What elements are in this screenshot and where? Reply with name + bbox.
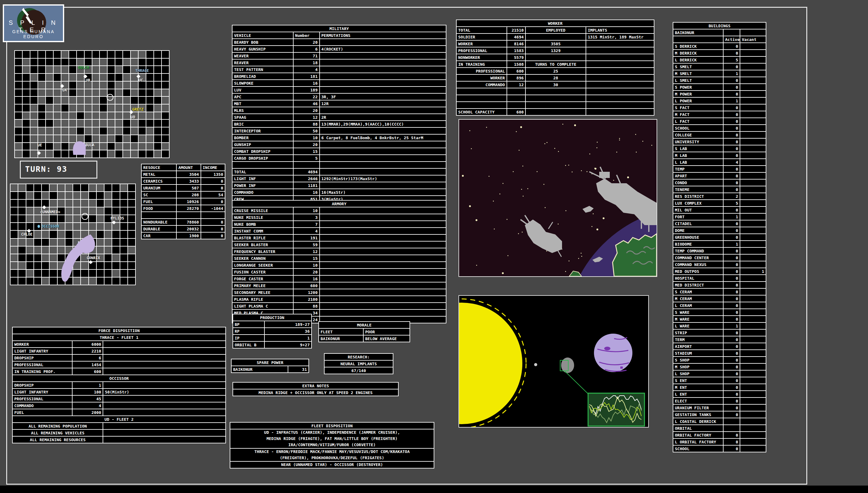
map-cell[interactable] — [69, 89, 76, 97]
map-cell[interactable] — [162, 150, 169, 157]
map-cell[interactable] — [77, 135, 84, 142]
map-cell[interactable] — [58, 184, 65, 191]
map-cell[interactable] — [65, 215, 72, 222]
map-cell[interactable] — [58, 262, 65, 269]
map-cell[interactable] — [123, 97, 130, 104]
map-cell[interactable] — [42, 192, 49, 199]
map-cell[interactable] — [162, 51, 169, 58]
map-cell[interactable] — [108, 105, 115, 112]
map-cell[interactable] — [18, 208, 25, 215]
map-cell[interactable] — [65, 239, 72, 246]
map-cell[interactable] — [23, 135, 30, 142]
map-cell[interactable] — [85, 120, 92, 127]
map-cell[interactable] — [131, 97, 138, 104]
map-cell[interactable] — [92, 120, 100, 127]
map-cell[interactable] — [23, 59, 30, 66]
map-cell[interactable] — [15, 105, 22, 112]
map-cell[interactable] — [138, 82, 146, 89]
map-cell[interactable] — [105, 231, 112, 238]
map-cell[interactable] — [73, 278, 80, 285]
map-cell[interactable] — [73, 262, 80, 269]
map-cell[interactable] — [58, 254, 65, 261]
map-cell[interactable] — [77, 51, 84, 58]
map-cell[interactable] — [162, 143, 169, 150]
map-cell[interactable] — [81, 270, 88, 277]
map-cell[interactable] — [131, 143, 138, 150]
map-cell[interactable] — [138, 74, 146, 81]
map-cell[interactable] — [115, 51, 123, 58]
map-cell[interactable] — [38, 120, 45, 127]
map-cell[interactable] — [131, 127, 138, 134]
map-cell[interactable] — [105, 223, 112, 230]
map-cell[interactable] — [128, 278, 135, 285]
map-cell[interactable] — [92, 59, 100, 66]
map-cell[interactable] — [92, 135, 100, 142]
map-cell[interactable] — [34, 246, 41, 254]
map-cell[interactable] — [105, 200, 112, 207]
map-cell[interactable] — [46, 150, 53, 157]
map-cell[interactable] — [85, 105, 92, 112]
map-cell[interactable] — [38, 51, 45, 58]
map-cell[interactable] — [53, 66, 61, 73]
map-cell[interactable] — [73, 254, 80, 261]
map-cell[interactable] — [97, 223, 104, 230]
sector-map-top[interactable]: GULCHTHRACEUBUCUAGRETZUDUENEBULA — [14, 50, 170, 158]
map-cell[interactable] — [85, 66, 92, 73]
map-cell[interactable] — [162, 74, 169, 81]
map-cell[interactable] — [89, 254, 96, 261]
map-cell[interactable] — [42, 184, 49, 191]
map-cell[interactable] — [15, 97, 22, 104]
map-cell[interactable] — [61, 74, 68, 81]
map-cell[interactable] — [131, 105, 138, 112]
map-cell[interactable] — [46, 51, 53, 58]
map-cell[interactable] — [65, 200, 72, 207]
map-cell[interactable] — [69, 82, 76, 89]
map-cell[interactable] — [146, 105, 153, 112]
map-cell[interactable] — [89, 215, 96, 222]
map-cell[interactable] — [42, 215, 49, 222]
map-cell[interactable] — [97, 278, 104, 285]
map-cell[interactable] — [15, 143, 22, 150]
map-cell[interactable] — [123, 112, 130, 120]
map-cell[interactable] — [123, 82, 130, 89]
map-cell[interactable] — [38, 143, 45, 150]
map-cell[interactable] — [120, 215, 127, 222]
map-cell[interactable] — [15, 74, 22, 81]
map-cell[interactable] — [128, 200, 135, 207]
map-cell[interactable] — [38, 74, 45, 81]
map-cell[interactable] — [112, 215, 120, 222]
map-cell[interactable] — [23, 82, 30, 89]
map-cell[interactable] — [65, 192, 72, 199]
map-cell[interactable] — [30, 105, 38, 112]
map-cell[interactable] — [112, 278, 120, 285]
map-cell[interactable] — [38, 112, 45, 120]
map-cell[interactable] — [92, 97, 100, 104]
map-cell[interactable] — [81, 239, 88, 246]
map-cell[interactable] — [85, 143, 92, 150]
map-cell[interactable] — [81, 208, 88, 215]
map-cell[interactable] — [146, 143, 153, 150]
map-cell[interactable] — [15, 51, 22, 58]
map-cell[interactable] — [50, 192, 57, 199]
map-cell[interactable] — [65, 208, 72, 215]
map-cell[interactable] — [23, 112, 30, 120]
map-cell[interactable] — [61, 59, 68, 66]
map-cell[interactable] — [10, 246, 18, 254]
map-cell[interactable] — [53, 112, 61, 120]
map-cell[interactable] — [120, 231, 127, 238]
map-cell[interactable] — [131, 89, 138, 97]
map-cell[interactable] — [34, 223, 41, 230]
map-cell[interactable] — [115, 66, 123, 73]
map-cell[interactable] — [46, 112, 53, 120]
map-cell[interactable] — [85, 74, 92, 81]
map-cell[interactable] — [112, 246, 120, 254]
map-cell[interactable] — [65, 223, 72, 230]
map-cell[interactable] — [112, 239, 120, 246]
map-cell[interactable] — [15, 150, 22, 157]
map-cell[interactable] — [50, 254, 57, 261]
map-cell[interactable] — [112, 184, 120, 191]
map-cell[interactable] — [105, 254, 112, 261]
map-cell[interactable] — [138, 127, 146, 134]
map-cell[interactable] — [34, 184, 41, 191]
map-cell[interactable] — [30, 66, 38, 73]
